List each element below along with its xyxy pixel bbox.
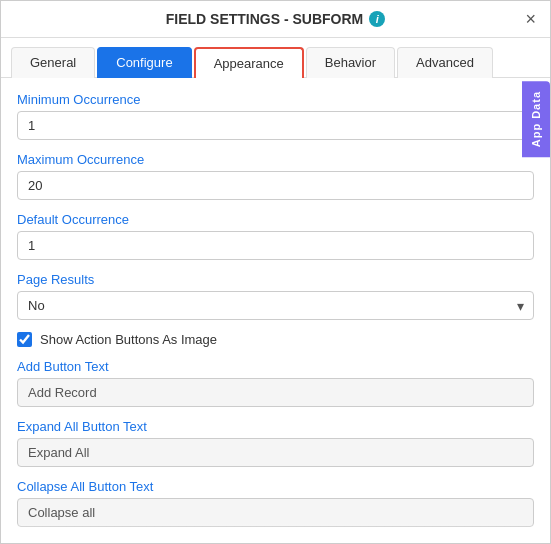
modal-body: Minimum Occurrence Maximum Occurrence De… — [1, 78, 550, 543]
tab-behavior[interactable]: Behavior — [306, 47, 395, 78]
show-action-buttons-checkbox[interactable] — [17, 332, 32, 347]
default-occurrence-input[interactable] — [17, 231, 534, 260]
info-icon[interactable]: i — [369, 11, 385, 27]
add-button-text-label: Add Button Text — [17, 359, 534, 374]
max-occurrence-group: Maximum Occurrence — [17, 152, 534, 200]
modal-title: FIELD SETTINGS - SUBFORM i — [166, 11, 386, 27]
collapse-all-button-text-input[interactable] — [17, 498, 534, 527]
modal-title-text: FIELD SETTINGS - SUBFORM — [166, 11, 364, 27]
close-button[interactable]: × — [525, 10, 536, 28]
modal-header: FIELD SETTINGS - SUBFORM i × — [1, 1, 550, 38]
expand-all-button-text-input[interactable] — [17, 438, 534, 467]
min-occurrence-group: Minimum Occurrence — [17, 92, 534, 140]
page-results-select[interactable]: No Yes — [17, 291, 534, 320]
page-results-select-wrapper: No Yes ▾ — [17, 291, 534, 320]
tabs-container: General Configure Appearance Behavior Ad… — [1, 38, 550, 78]
expand-all-button-text-label: Expand All Button Text — [17, 419, 534, 434]
show-action-buttons-row: Show Action Buttons As Image — [17, 332, 534, 347]
add-button-text-group: Add Button Text — [17, 359, 534, 407]
tab-advanced[interactable]: Advanced — [397, 47, 493, 78]
tab-configure[interactable]: Configure — [97, 47, 191, 78]
page-results-label: Page Results — [17, 272, 534, 287]
max-occurrence-input[interactable] — [17, 171, 534, 200]
tab-appearance[interactable]: Appearance — [194, 47, 304, 78]
add-button-text-input[interactable] — [17, 378, 534, 407]
max-occurrence-label: Maximum Occurrence — [17, 152, 534, 167]
collapse-all-button-text-group: Collapse All Button Text — [17, 479, 534, 527]
default-occurrence-group: Default Occurrence — [17, 212, 534, 260]
default-occurrence-label: Default Occurrence — [17, 212, 534, 227]
min-occurrence-input[interactable] — [17, 111, 534, 140]
modal-container: FIELD SETTINGS - SUBFORM i × General Con… — [0, 0, 551, 544]
expand-all-button-text-group: Expand All Button Text — [17, 419, 534, 467]
page-results-group: Page Results No Yes ▾ — [17, 272, 534, 320]
tab-general[interactable]: General — [11, 47, 95, 78]
collapse-all-button-text-label: Collapse All Button Text — [17, 479, 534, 494]
min-occurrence-label: Minimum Occurrence — [17, 92, 534, 107]
app-data-sidebar[interactable]: App Data — [522, 81, 550, 157]
show-action-buttons-label[interactable]: Show Action Buttons As Image — [40, 332, 217, 347]
